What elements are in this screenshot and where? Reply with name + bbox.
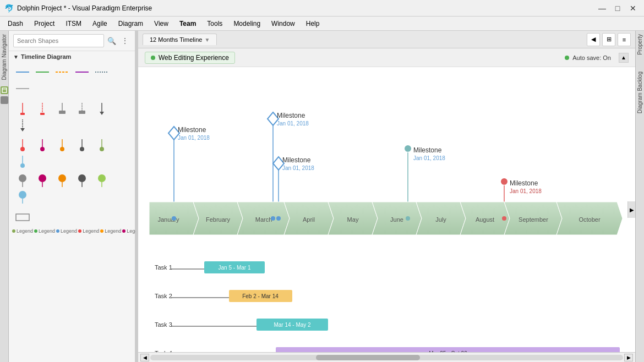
diagram-canvas[interactable]: Milestone Jan 01, 2018 Milestone Jan 01,… xyxy=(138,67,635,352)
h-scroll-thumb[interactable] xyxy=(316,355,420,360)
svg-text:Mar 25 - Oct 20: Mar 25 - Oct 20 xyxy=(429,350,467,352)
titlebar: 🐬 Dolphin Project * - Visual Paradigm En… xyxy=(0,0,644,17)
shapes-grid-lines xyxy=(9,62,135,98)
svg-text:Feb 2 - Mar 14: Feb 2 - Mar 14 xyxy=(242,293,279,299)
menu-window[interactable]: Window xyxy=(266,19,301,29)
shape-marker-11[interactable] xyxy=(92,137,111,152)
shape-marker-2[interactable] xyxy=(33,101,52,116)
shape-pin-4[interactable] xyxy=(73,173,91,189)
svg-rect-15 xyxy=(79,111,85,114)
search-input[interactable] xyxy=(13,34,104,47)
minimize-button[interactable]: — xyxy=(596,2,609,14)
shape-line-4[interactable] xyxy=(73,64,91,80)
svg-point-87 xyxy=(271,216,275,221)
diagram-tab[interactable]: 12 Months Timeline ▼ xyxy=(143,34,217,45)
svg-text:Task 2: Task 2 xyxy=(155,293,172,299)
svg-text:Task 3: Task 3 xyxy=(155,321,172,328)
close-button[interactable]: ✕ xyxy=(626,2,640,14)
menu-help[interactable]: Help xyxy=(301,19,325,29)
shape-line-3[interactable] xyxy=(53,64,72,80)
diagram-backlog-label[interactable]: Diagram Backlog xyxy=(637,72,643,113)
svg-text:Jan 01, 2018: Jan 01, 2018 xyxy=(282,165,314,171)
property-panel: Property Diagram Backlog xyxy=(635,31,644,362)
svg-text:September: September xyxy=(519,216,548,223)
shape-pin-2[interactable] xyxy=(33,173,52,189)
shape-line-6[interactable] xyxy=(13,81,32,96)
autosave-badge: Auto save: On ▲ xyxy=(565,53,629,63)
maximize-button[interactable]: □ xyxy=(611,2,624,14)
menubar: Dash Project ITSM Agile Diagram View Tea… xyxy=(0,17,644,31)
svg-point-40 xyxy=(98,174,106,182)
back-button[interactable]: ◀ xyxy=(587,33,600,46)
shapes-section-header[interactable]: ▼ Timeline Diagram xyxy=(9,51,135,62)
svg-point-27 xyxy=(80,147,84,151)
svg-text:March: March xyxy=(255,216,272,223)
legend-5: Legend xyxy=(100,228,121,234)
timeline-svg: Milestone Jan 01, 2018 Milestone Jan 01,… xyxy=(138,67,634,352)
svg-point-86 xyxy=(172,216,176,221)
scroll-right-indicator[interactable]: ▶ xyxy=(627,201,635,218)
app-title: Dolphin Project * - Visual Paradigm Ente… xyxy=(17,4,596,12)
svg-point-63 xyxy=(501,178,507,185)
shape-rect-1[interactable] xyxy=(13,210,32,225)
legend-1: Legend xyxy=(12,228,33,234)
svg-rect-11 xyxy=(40,113,45,115)
shape-marker-1[interactable] xyxy=(13,101,32,116)
diagram-navigator-panel[interactable]: Diagram Navigator xyxy=(0,31,9,362)
shapes-grid-markers1 xyxy=(9,98,135,135)
svg-marker-19 xyxy=(20,128,25,131)
tab-icons: ◀ ⊞ ≡ xyxy=(587,33,631,46)
shape-pin-6[interactable] xyxy=(13,190,32,205)
shape-pin-1[interactable] xyxy=(13,173,32,189)
diagram-title: Web Editing Experience xyxy=(159,54,229,62)
menu-itsm[interactable]: ITSM xyxy=(60,19,87,29)
svg-rect-9 xyxy=(20,113,25,115)
shape-marker-6[interactable] xyxy=(13,117,32,133)
scroll-left-button[interactable]: ◀ xyxy=(140,354,149,361)
menu-modeling[interactable]: Modeling xyxy=(228,19,266,29)
shape-line-2[interactable] xyxy=(33,64,52,80)
menu-tools[interactable]: Tools xyxy=(201,19,228,29)
property-label[interactable]: Property xyxy=(637,34,643,55)
shape-marker-9[interactable] xyxy=(53,137,72,152)
svg-point-29 xyxy=(100,147,104,151)
shape-line-1[interactable] xyxy=(13,64,32,80)
shapes-grid-markers2 xyxy=(9,135,135,171)
shape-marker-4[interactable] xyxy=(73,101,91,116)
h-scroll-track[interactable] xyxy=(150,355,623,360)
menu-project[interactable]: Project xyxy=(29,19,60,29)
autosave-dot xyxy=(565,56,569,60)
search-button[interactable]: 🔍 xyxy=(106,35,117,46)
diagram-navigator-label: Diagram Navigator xyxy=(1,34,7,80)
svg-text:Task 4: Task 4 xyxy=(155,350,172,352)
canvas-area: 12 Months Timeline ▼ ◀ ⊞ ≡ Web Editing E… xyxy=(138,31,635,362)
shape-line-5[interactable] xyxy=(92,64,111,80)
more-options-button[interactable]: ⋮ xyxy=(119,35,130,46)
legend-3: Legend xyxy=(56,228,77,234)
shapes-panel: 🔍 ⋮ ▼ Timeline Diagram xyxy=(9,31,135,362)
svg-point-31 xyxy=(20,163,25,168)
shape-marker-7[interactable] xyxy=(13,137,32,152)
scroll-up-button[interactable]: ▲ xyxy=(619,53,629,63)
shape-pin-3[interactable] xyxy=(53,173,72,189)
menu-agile[interactable]: Agile xyxy=(87,19,113,29)
svg-text:Milestone: Milestone xyxy=(510,179,538,187)
list-button[interactable]: ≡ xyxy=(618,33,631,46)
shape-marker-10[interactable] xyxy=(73,137,91,152)
scroll-right-button[interactable]: ▶ xyxy=(624,354,633,361)
menu-diagram[interactable]: Diagram xyxy=(113,19,149,29)
menu-team[interactable]: Team xyxy=(174,19,201,29)
shape-pin-5[interactable] xyxy=(92,173,111,189)
svg-text:Jan 01, 2018: Jan 01, 2018 xyxy=(178,135,210,141)
svg-text:January: January xyxy=(157,216,179,223)
shape-marker-12[interactable] xyxy=(13,153,32,169)
collapse-icon: ▼ xyxy=(13,54,19,60)
menu-dash[interactable]: Dash xyxy=(2,19,29,29)
svg-text:Milestone: Milestone xyxy=(178,126,206,134)
grid-button[interactable]: ⊞ xyxy=(602,33,615,46)
shape-marker-8[interactable] xyxy=(33,137,52,152)
shape-marker-3[interactable] xyxy=(53,101,72,116)
shape-marker-5[interactable] xyxy=(92,101,111,116)
svg-text:October: October xyxy=(578,216,600,223)
menu-view[interactable]: View xyxy=(149,19,174,29)
